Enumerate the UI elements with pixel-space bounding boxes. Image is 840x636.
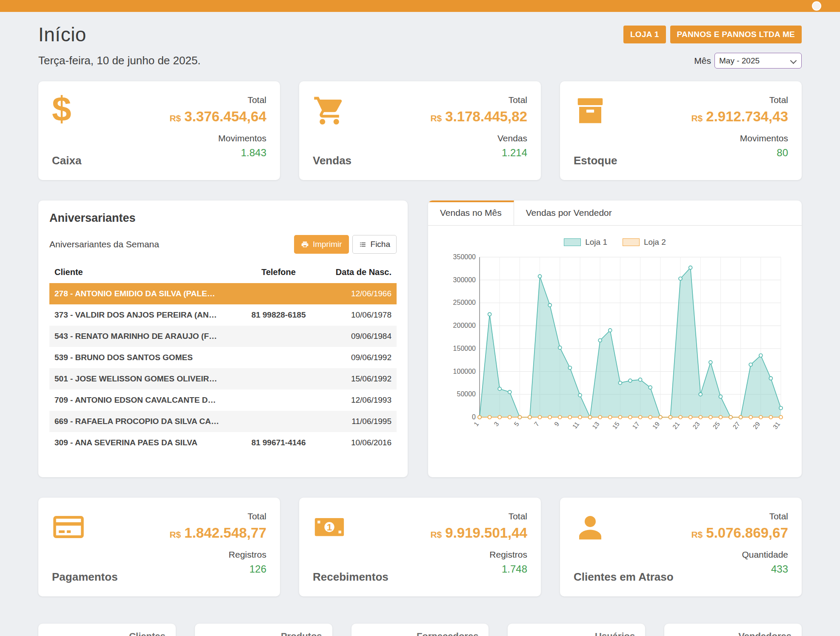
client-birthdate: 11/06/1995 bbox=[320, 411, 397, 432]
tab-vendas-por-vendedor[interactable]: Vendas por Vendedor bbox=[514, 201, 624, 225]
client-phone bbox=[237, 411, 320, 432]
client-birthdate: 10/06/2016 bbox=[320, 432, 397, 453]
box-icon bbox=[574, 94, 607, 127]
legend-item-loja-2[interactable]: Loja 2 bbox=[623, 238, 666, 247]
chart-body: Loja 1Loja 2 050000100000150000200000250… bbox=[428, 226, 802, 477]
estoque-left: Estoque bbox=[574, 94, 617, 167]
credit-card-icon bbox=[52, 510, 85, 544]
top-stats-row: $ Caixa Total R$ 3.376.454,64 Movimentos… bbox=[38, 81, 802, 180]
person-icon bbox=[574, 510, 607, 544]
total-value: R$ 5.076.869,67 bbox=[691, 525, 788, 541]
column-nascimento: Data de Nasc. bbox=[320, 263, 397, 283]
client-name: 539 - BRUNO DOS SANTOS GOMES bbox=[49, 347, 237, 368]
birthday-row[interactable]: 669 - RAFAELA PROCOPIO DA SILVA CA…11/06… bbox=[49, 411, 397, 432]
recebimentos-values: Total R$ 9.919.501,44 Registros 1.748 bbox=[430, 510, 527, 584]
caixa-card: $ Caixa Total R$ 3.376.454,64 Movimentos… bbox=[38, 81, 280, 180]
count-label: Vendas bbox=[497, 133, 527, 143]
currency-label: R$ bbox=[691, 530, 703, 540]
recebimentos-label: Recebimentos bbox=[313, 570, 389, 584]
pagamentos-left: Pagamentos bbox=[52, 510, 118, 584]
total-label: Total bbox=[509, 511, 527, 521]
date-label: Terça-feira, 10 de junho de 2025. bbox=[38, 54, 201, 67]
pagamentos-card: Pagamentos Total R$ 1.842.548,77 Registr… bbox=[38, 498, 280, 596]
svg-text:19: 19 bbox=[651, 420, 661, 430]
mini-card-produtos[interactable]: Produtos bbox=[195, 624, 332, 636]
birthdays-subheader: Aniversariantes da Semana Imprimir Ficha bbox=[49, 235, 397, 254]
client-phone bbox=[237, 326, 320, 347]
legend-item-loja-1[interactable]: Loja 1 bbox=[564, 238, 607, 247]
legend-swatch bbox=[623, 238, 640, 246]
client-phone bbox=[237, 390, 320, 411]
tab-vendas-no-mês[interactable]: Vendas no Mês bbox=[428, 201, 514, 225]
svg-text:300000: 300000 bbox=[453, 276, 476, 284]
client-birthdate: 09/06/1992 bbox=[320, 347, 397, 368]
currency-label: R$ bbox=[691, 113, 703, 123]
mini-card-clientes[interactable]: Clientes bbox=[38, 624, 176, 636]
count-value: 126 bbox=[249, 563, 266, 575]
clientes-atraso-card: Clientes em Atraso Total R$ 5.076.869,67… bbox=[560, 498, 802, 596]
client-birthdate: 15/06/1992 bbox=[320, 368, 397, 390]
svg-text:1: 1 bbox=[472, 420, 480, 427]
client-phone: 81 99828-6185 bbox=[237, 304, 320, 326]
amount-value: 1.842.548,77 bbox=[184, 525, 266, 541]
clientes-atraso-label: Clientes em Atraso bbox=[574, 570, 674, 584]
print-button[interactable]: Imprimir bbox=[294, 235, 349, 254]
birthday-row[interactable]: 501 - JOSE WELISSON GOMES OLIVEIR…15/06/… bbox=[49, 368, 397, 390]
total-label: Total bbox=[769, 95, 788, 105]
birthday-row[interactable]: 309 - ANA SEVERINA PAES DA SILVA81 99671… bbox=[49, 432, 397, 453]
birthday-row[interactable]: 539 - BRUNO DOS SANTOS GOMES09/06/1992 bbox=[49, 347, 397, 368]
month-select[interactable]: May - 2025 bbox=[714, 53, 802, 69]
sales-panel: Vendas no MêsVendas por Vendedor Loja 1L… bbox=[428, 201, 802, 477]
topbar bbox=[0, 0, 840, 12]
currency-label: R$ bbox=[430, 530, 442, 540]
svg-text:15: 15 bbox=[611, 420, 621, 430]
birthday-row[interactable]: 709 - ANTONIO EDSON CAVALCANTE D…12/06/1… bbox=[49, 390, 397, 411]
mini-card-vendedores[interactable]: Vendedores bbox=[664, 624, 802, 636]
mini-card-fornecedores[interactable]: Fornecedores bbox=[351, 624, 489, 636]
client-phone bbox=[237, 347, 320, 368]
print-button-label: Imprimir bbox=[313, 240, 342, 249]
client-birthdate: 09/06/1984 bbox=[320, 326, 397, 347]
dollar-icon: $ bbox=[52, 94, 71, 124]
count-label: Movimentos bbox=[218, 133, 266, 143]
total-value: R$ 3.178.445,82 bbox=[430, 109, 527, 125]
caixa-label: Caixa bbox=[52, 154, 81, 167]
birthday-row[interactable]: 373 - VALDIR DOS ANJOS PEREIRA (AN…81 99… bbox=[49, 304, 397, 326]
total-label: Total bbox=[769, 511, 788, 521]
svg-text:27: 27 bbox=[731, 420, 741, 430]
client-name: 709 - ANTONIO EDSON CAVALCANTE D… bbox=[49, 390, 237, 411]
birthday-table-header: Cliente Telefone Data de Nasc. bbox=[49, 263, 397, 283]
legend-label: Loja 2 bbox=[644, 238, 666, 247]
birthday-row[interactable]: 278 - ANTONIO EMIDIO DA SILVA (PALE…12/0… bbox=[49, 283, 397, 304]
svg-text:29: 29 bbox=[751, 420, 761, 430]
count-label: Registros bbox=[489, 550, 527, 560]
amount-value: 2.912.734,43 bbox=[706, 109, 788, 125]
svg-text:21: 21 bbox=[671, 420, 681, 430]
date-row: Terça-feira, 10 de junho de 2025. Mês Ma… bbox=[38, 53, 802, 69]
store-button[interactable]: LOJA 1 bbox=[623, 26, 666, 43]
count-label: Registros bbox=[229, 550, 266, 560]
client-name: 669 - RAFAELA PROCOPIO DA SILVA CA… bbox=[49, 411, 237, 432]
clientes-atraso-left: Clientes em Atraso bbox=[574, 510, 674, 584]
pagamentos-label: Pagamentos bbox=[52, 570, 118, 584]
ficha-button[interactable]: Ficha bbox=[352, 235, 397, 254]
ficha-button-label: Ficha bbox=[371, 240, 390, 249]
total-value: R$ 2.912.734,43 bbox=[691, 109, 788, 125]
mini-card-usuários[interactable]: Usuários bbox=[508, 624, 645, 636]
amount-value: 9.919.501,44 bbox=[445, 525, 527, 541]
amount-value: 3.376.454,64 bbox=[184, 109, 266, 125]
svg-text:13: 13 bbox=[591, 420, 601, 430]
count-value: 1.748 bbox=[502, 563, 527, 575]
client-phone: 81 99671-4146 bbox=[237, 432, 320, 453]
birthday-row[interactable]: 543 - RENATO MARINHO DE ARAUJO (F…09/06/… bbox=[49, 326, 397, 347]
total-value: R$ 1.842.548,77 bbox=[169, 525, 266, 541]
company-button[interactable]: PANNOS E PANNOS LTDA ME bbox=[670, 26, 802, 43]
user-avatar-icon[interactable] bbox=[812, 1, 821, 11]
client-name: 543 - RENATO MARINHO DE ARAUJO (F… bbox=[49, 326, 237, 347]
estoque-values: Total R$ 2.912.734,43 Movimentos 80 bbox=[691, 94, 788, 167]
caixa-left: $ Caixa bbox=[52, 94, 81, 167]
estoque-label: Estoque bbox=[574, 154, 617, 167]
birthdays-panel: Aniversariantes Aniversariantes da Seman… bbox=[38, 201, 408, 477]
svg-text:0: 0 bbox=[472, 413, 476, 421]
sales-chart: 0500001000001500002000002500003000003500… bbox=[441, 249, 789, 446]
